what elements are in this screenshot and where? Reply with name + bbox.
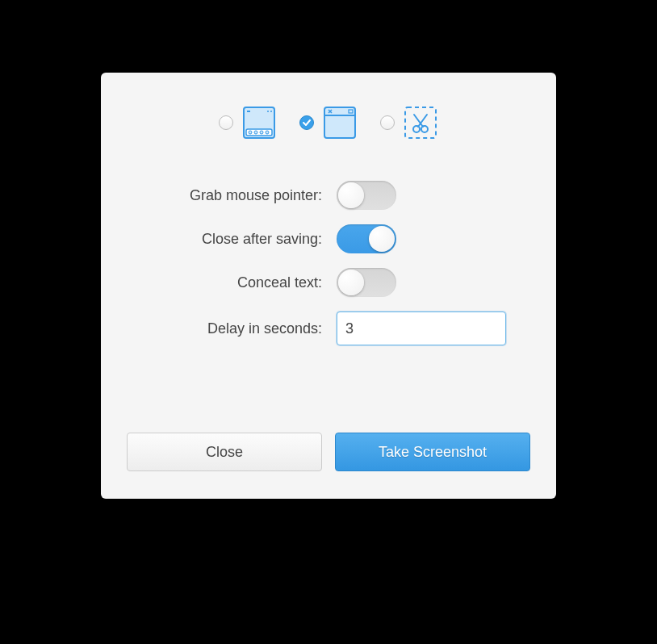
row-close-after: Close after saving: [151,224,506,253]
svg-point-6 [254,131,257,134]
label-grab-pointer: Grab mouse pointer: [151,187,322,204]
svg-rect-1 [247,111,250,112]
close-button[interactable]: Close [127,433,322,471]
take-screenshot-button[interactable]: Take Screenshot [335,433,530,471]
screen-icon [241,105,277,140]
switch-grab-pointer[interactable] [337,181,396,210]
mode-window[interactable] [299,105,358,140]
label-conceal-text: Conceal text: [151,274,322,291]
options-panel: Grab mouse pointer: Close after saving: … [125,165,532,345]
row-delay: Delay in seconds: − + [151,312,506,345]
svg-point-7 [260,131,263,134]
delay-spinbutton: − + [337,312,506,345]
svg-point-8 [266,131,269,134]
scissors-icon [403,105,438,140]
switch-conceal-text[interactable] [337,268,396,297]
capture-mode-group [125,95,532,165]
svg-point-5 [249,131,252,134]
switch-close-after[interactable] [337,224,396,253]
svg-point-3 [270,111,272,112]
label-delay: Delay in seconds: [151,320,322,337]
radio-area[interactable] [380,115,395,130]
svg-point-2 [267,111,269,112]
screenshot-dialog: Grab mouse pointer: Close after saving: … [101,73,556,499]
delay-input[interactable] [337,312,506,345]
window-icon [322,105,358,140]
button-row: Close Take Screenshot [125,433,532,476]
radio-window[interactable] [299,115,314,130]
mode-screen[interactable] [219,105,277,140]
radio-screen[interactable] [219,115,233,130]
row-grab-pointer: Grab mouse pointer: [151,181,506,210]
row-conceal-text: Conceal text: [151,268,506,297]
label-close-after: Close after saving: [151,231,322,248]
mode-area[interactable] [380,105,438,140]
